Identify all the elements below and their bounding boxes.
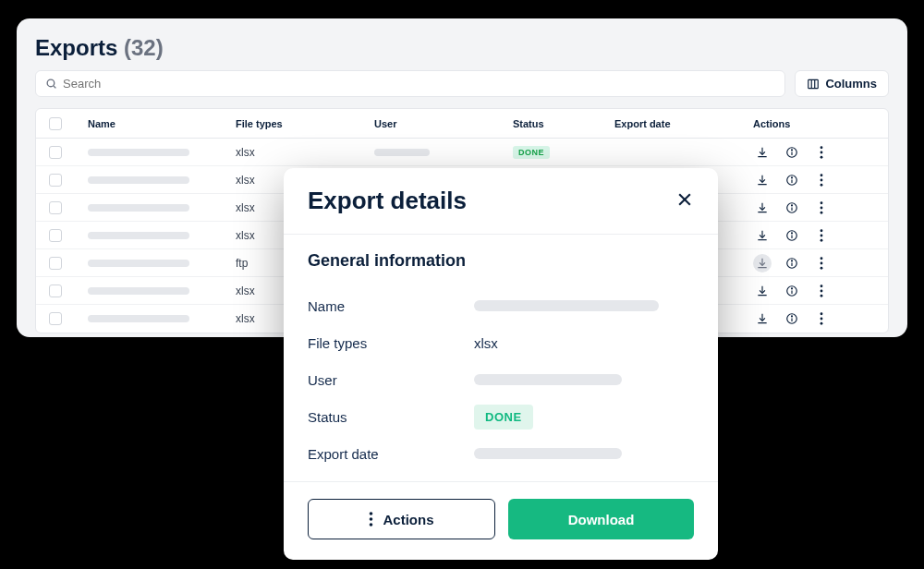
svg-point-44 xyxy=(821,312,823,315)
info-icon[interactable] xyxy=(783,282,801,300)
search-icon xyxy=(45,78,57,90)
svg-point-46 xyxy=(821,322,823,325)
download-icon[interactable] xyxy=(753,143,772,162)
col-status[interactable]: Status xyxy=(513,118,614,129)
file-types-value: xlsx xyxy=(474,335,694,351)
section-title: General information xyxy=(308,251,694,271)
download-button[interactable]: Download xyxy=(508,499,694,539)
row-checkbox[interactable] xyxy=(49,257,62,270)
svg-point-20 xyxy=(821,201,823,204)
columns-button[interactable]: Columns xyxy=(795,70,889,97)
svg-point-28 xyxy=(821,238,823,241)
svg-point-37 xyxy=(792,287,793,288)
field-name: Name xyxy=(308,287,694,324)
row-checkbox[interactable] xyxy=(49,201,62,214)
field-label: User xyxy=(308,372,474,388)
svg-point-25 xyxy=(792,232,793,233)
field-label: Export date xyxy=(308,446,474,462)
more-icon[interactable] xyxy=(812,171,831,189)
more-icon[interactable] xyxy=(812,143,831,162)
row-checkbox[interactable] xyxy=(49,146,62,159)
svg-point-33 xyxy=(821,261,823,264)
svg-point-13 xyxy=(792,176,793,177)
cell-file-types: xlsx xyxy=(236,146,374,159)
svg-point-45 xyxy=(821,318,823,321)
row-checkbox[interactable] xyxy=(49,284,62,297)
field-export-date: Export date xyxy=(308,435,694,472)
more-icon[interactable] xyxy=(812,199,831,217)
svg-point-14 xyxy=(821,174,823,176)
columns-icon xyxy=(807,78,820,91)
search-input[interactable] xyxy=(63,77,775,91)
svg-rect-2 xyxy=(808,79,819,88)
more-icon[interactable] xyxy=(812,226,831,245)
download-icon[interactable] xyxy=(753,282,772,300)
name-placeholder xyxy=(88,315,189,322)
name-placeholder xyxy=(88,260,189,267)
more-icon xyxy=(369,512,373,527)
col-user[interactable]: User xyxy=(374,118,513,129)
row-checkbox[interactable] xyxy=(49,312,62,325)
svg-point-10 xyxy=(821,155,823,158)
svg-point-51 xyxy=(370,523,373,527)
info-icon[interactable] xyxy=(783,199,801,217)
status-badge: DONE xyxy=(513,146,550,159)
col-export-date[interactable]: Export date xyxy=(614,118,753,129)
actions-button-label: Actions xyxy=(383,512,433,527)
svg-point-22 xyxy=(821,211,823,213)
info-icon[interactable] xyxy=(783,254,801,272)
svg-point-32 xyxy=(821,257,823,260)
more-icon[interactable] xyxy=(812,254,831,272)
field-label: File types xyxy=(308,335,474,351)
name-placeholder xyxy=(88,287,189,295)
svg-point-34 xyxy=(821,266,823,269)
svg-point-43 xyxy=(792,316,793,317)
toolbar: Columns xyxy=(17,70,907,108)
field-file-types: File types xlsx xyxy=(308,324,694,361)
name-placeholder xyxy=(88,232,189,239)
page-title: Exports (32) xyxy=(35,35,889,61)
svg-point-40 xyxy=(821,294,823,297)
download-icon[interactable] xyxy=(753,254,772,272)
search-box[interactable] xyxy=(35,70,785,97)
table-row[interactable]: xlsx DONE xyxy=(36,139,888,166)
download-icon[interactable] xyxy=(753,309,772,328)
col-name[interactable]: Name xyxy=(88,118,236,129)
row-checkbox[interactable] xyxy=(49,174,62,187)
field-label: Status xyxy=(308,409,474,425)
col-file-types[interactable]: File types xyxy=(236,118,374,129)
columns-button-label: Columns xyxy=(825,77,877,91)
modal-header: Export details xyxy=(284,168,718,235)
info-icon[interactable] xyxy=(783,226,801,245)
svg-point-50 xyxy=(370,517,373,521)
title-text: Exports xyxy=(35,35,117,60)
download-icon[interactable] xyxy=(753,226,772,245)
info-icon[interactable] xyxy=(783,171,801,189)
svg-point-26 xyxy=(821,229,823,232)
more-icon[interactable] xyxy=(812,282,831,300)
download-icon[interactable] xyxy=(753,171,772,189)
table-header-row: Name File types User Status Export date … xyxy=(36,109,888,139)
more-icon[interactable] xyxy=(812,309,831,328)
name-placeholder xyxy=(88,204,189,212)
svg-point-0 xyxy=(47,79,55,87)
svg-point-38 xyxy=(821,284,823,287)
select-all-checkbox[interactable] xyxy=(49,117,62,130)
row-checkbox[interactable] xyxy=(49,229,62,242)
export-details-modal: Export details General information Name … xyxy=(284,168,718,560)
info-icon[interactable] xyxy=(783,143,801,162)
modal-footer: Actions Download xyxy=(284,481,718,560)
svg-point-49 xyxy=(370,512,373,515)
svg-point-9 xyxy=(821,151,823,153)
title-count: (32) xyxy=(124,35,164,60)
svg-point-16 xyxy=(821,183,823,186)
svg-point-31 xyxy=(792,260,793,260)
field-user: User xyxy=(308,361,694,398)
actions-button[interactable]: Actions xyxy=(308,499,495,539)
name-placeholder xyxy=(88,176,189,184)
close-button[interactable] xyxy=(675,190,694,212)
download-icon[interactable] xyxy=(753,199,772,217)
info-icon[interactable] xyxy=(783,309,801,328)
svg-point-8 xyxy=(821,146,823,149)
field-status: Status DONE xyxy=(308,398,694,435)
